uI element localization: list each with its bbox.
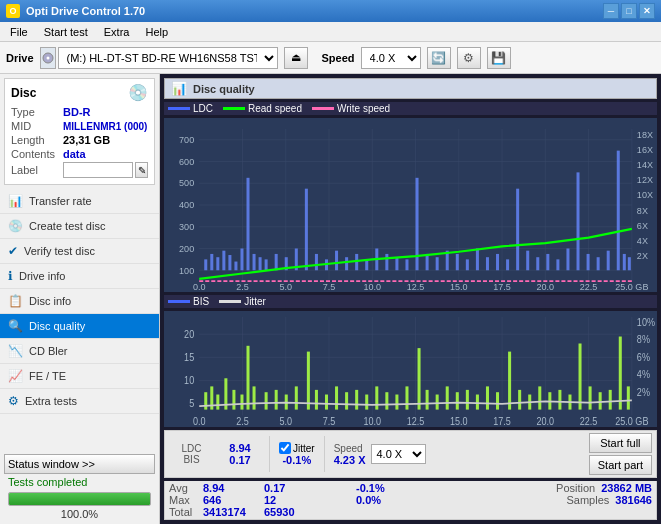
maximize-button[interactable]: □ — [621, 3, 637, 19]
bis-color — [168, 300, 190, 303]
divider-1 — [269, 436, 270, 472]
svg-text:200: 200 — [179, 242, 194, 253]
position-label: Position — [556, 482, 595, 494]
svg-rect-150 — [385, 392, 388, 409]
settings-button[interactable]: ⚙ — [457, 47, 481, 69]
stats-bar: LDC BIS 8.94 0.17 Jitter -0.1% Speed — [164, 430, 657, 478]
svg-rect-169 — [579, 343, 582, 409]
bis-avg-row: 0.17 — [264, 482, 304, 494]
svg-text:100: 100 — [179, 264, 194, 275]
close-button[interactable]: ✕ — [639, 3, 655, 19]
svg-text:8%: 8% — [637, 334, 650, 346]
bis-avg: 0.17 — [229, 454, 250, 466]
refresh-button[interactable]: 🔄 — [427, 47, 451, 69]
nav-label-disc-info: Disc info — [29, 295, 71, 307]
nav-drive-info[interactable]: ℹ Drive info — [0, 264, 159, 289]
svg-text:7.5: 7.5 — [323, 280, 336, 291]
speed-select[interactable]: 4.0 X — [361, 47, 421, 69]
menu-help[interactable]: Help — [139, 24, 174, 40]
svg-rect-174 — [627, 386, 630, 409]
write-speed-legend-label: Write speed — [337, 103, 390, 114]
start-part-button[interactable]: Start part — [589, 455, 652, 475]
svg-text:20.0: 20.0 — [537, 415, 555, 427]
svg-rect-62 — [315, 254, 318, 270]
app-title: Opti Drive Control 1.70 — [26, 5, 145, 17]
nav-transfer-rate[interactable]: 📊 Transfer rate — [0, 189, 159, 214]
nav-label-create-test-disc: Create test disc — [29, 220, 105, 232]
svg-rect-152 — [405, 386, 408, 409]
nav-verify-test-disc[interactable]: ✔ Verify test disc — [0, 239, 159, 264]
cd-bler-icon: 📉 — [8, 344, 23, 358]
svg-rect-88 — [577, 172, 580, 270]
speed-value: 4.23 X — [334, 454, 366, 466]
svg-text:6%: 6% — [637, 351, 650, 363]
jitter-checkbox[interactable] — [279, 442, 291, 454]
ldc-legend-label: LDC — [193, 103, 213, 114]
svg-rect-160 — [486, 386, 489, 409]
svg-text:300: 300 — [179, 221, 194, 232]
svg-rect-146 — [345, 392, 348, 409]
legend-row-bottom: BIS Jitter — [164, 295, 657, 308]
svg-text:4%: 4% — [637, 369, 650, 381]
label-input[interactable] — [63, 162, 133, 178]
read-speed-legend-label: Read speed — [248, 103, 302, 114]
nav-extra-tests[interactable]: ⚙ Extra tests — [0, 389, 159, 414]
svg-text:15: 15 — [184, 351, 195, 363]
mid-label: MID — [11, 120, 63, 132]
bottom-chart-svg: 20 15 10 5 10% 8% 6% 4% 2% 0.0 2.5 5.0 7… — [164, 311, 657, 427]
svg-rect-82 — [516, 189, 519, 271]
svg-text:20.0: 20.0 — [537, 280, 555, 291]
progress-bar — [8, 492, 151, 506]
svg-rect-143 — [315, 390, 318, 410]
minimize-button[interactable]: ─ — [603, 3, 619, 19]
svg-text:2.5: 2.5 — [236, 415, 249, 427]
svg-text:10.0: 10.0 — [363, 415, 381, 427]
progress-fill — [9, 493, 150, 505]
nav-create-test-disc[interactable]: 💿 Create test disc — [0, 214, 159, 239]
svg-rect-57 — [265, 259, 268, 270]
svg-rect-64 — [335, 251, 338, 271]
action-buttons: Start full Start part — [589, 433, 652, 475]
svg-rect-80 — [496, 254, 499, 270]
svg-rect-151 — [395, 395, 398, 410]
svg-rect-79 — [486, 257, 489, 270]
start-full-button[interactable]: Start full — [589, 433, 652, 453]
label-button[interactable]: ✎ — [135, 162, 148, 178]
legend-bis: BIS — [168, 296, 209, 307]
jitter-avg-row: -0.1% — [356, 482, 385, 494]
progress-label: 100.0% — [4, 508, 155, 520]
speed-select-stats[interactable]: 4.0 X — [371, 444, 426, 464]
svg-text:4X: 4X — [637, 235, 649, 246]
eject-button[interactable]: ⏏ — [284, 47, 308, 69]
svg-text:0.0: 0.0 — [193, 415, 206, 427]
save-button[interactable]: 💾 — [487, 47, 511, 69]
nav-disc-info[interactable]: 📋 Disc info — [0, 289, 159, 314]
nav-fe-te[interactable]: 📈 FE / TE — [0, 364, 159, 389]
svg-rect-84 — [536, 257, 539, 270]
svg-text:25.0 GB: 25.0 GB — [615, 415, 648, 427]
drive-label: Drive — [6, 52, 34, 64]
menu-start-test[interactable]: Start test — [38, 24, 94, 40]
top-chart-svg: 700 600 500 400 300 200 100 18X 16X 14X … — [164, 118, 657, 292]
create-test-disc-icon: 💿 — [8, 219, 23, 233]
verify-test-disc-icon: ✔ — [8, 244, 18, 258]
drive-select[interactable]: (M:) HL-DT-ST BD-RE WH16NS58 TST4 — [58, 47, 278, 69]
nav-label-verify-test-disc: Verify test disc — [24, 245, 95, 257]
nav-cd-bler[interactable]: 📉 CD Bler — [0, 339, 159, 364]
contents-value: data — [63, 148, 86, 160]
extra-tests-icon: ⚙ — [8, 394, 19, 408]
bis-legend-label: BIS — [193, 296, 209, 307]
nav-disc-quality[interactable]: 🔍 Disc quality — [0, 314, 159, 339]
menu-extra[interactable]: Extra — [98, 24, 136, 40]
status-section: Status window >> Tests completed 100.0% — [4, 454, 155, 520]
svg-rect-149 — [375, 386, 378, 409]
bis-header: BIS — [183, 454, 199, 465]
speed-label: Speed — [322, 52, 355, 64]
max-label: Max — [169, 494, 197, 506]
svg-text:10: 10 — [184, 374, 195, 386]
status-window-button[interactable]: Status window >> — [4, 454, 155, 474]
fe-te-icon: 📈 — [8, 369, 23, 383]
speed-header: Speed — [334, 443, 366, 454]
menu-file[interactable]: File — [4, 24, 34, 40]
svg-rect-132 — [216, 395, 219, 410]
